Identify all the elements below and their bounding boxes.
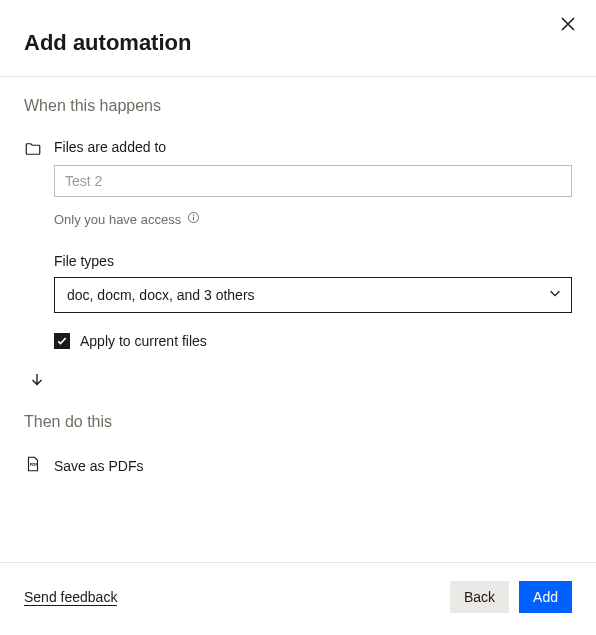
- action-row: PDF Save as PDFs: [24, 455, 572, 477]
- action-label: Save as PDFs: [54, 458, 143, 474]
- apply-current-label: Apply to current files: [80, 333, 207, 349]
- close-icon: [560, 16, 576, 32]
- action-section: Then do this PDF Save as PDFs: [24, 413, 572, 477]
- back-button[interactable]: Back: [450, 581, 509, 613]
- file-types-select-wrap: doc, docm, docx, and 3 others: [54, 277, 572, 313]
- apply-current-checkbox[interactable]: [54, 333, 70, 349]
- svg-text:PDF: PDF: [30, 462, 39, 467]
- access-text: Only you have access: [54, 212, 181, 227]
- file-types-select[interactable]: doc, docm, docx, and 3 others: [54, 277, 572, 313]
- send-feedback-link[interactable]: Send feedback: [24, 589, 117, 606]
- dialog-content: When this happens Files are added to Onl…: [0, 77, 596, 477]
- action-heading: Then do this: [24, 413, 572, 431]
- access-info: Only you have access: [54, 211, 572, 227]
- dialog-header: Add automation: [0, 0, 596, 77]
- file-types-value: doc, docm, docx, and 3 others: [67, 287, 255, 303]
- footer-buttons: Back Add: [450, 581, 572, 613]
- svg-point-1: [193, 214, 194, 215]
- add-button[interactable]: Add: [519, 581, 572, 613]
- flow-arrow-icon: [28, 371, 572, 393]
- apply-current-row: Apply to current files: [54, 333, 572, 349]
- info-icon[interactable]: [187, 211, 200, 227]
- trigger-label: Files are added to: [54, 139, 572, 155]
- file-types-label: File types: [54, 253, 572, 269]
- trigger-body: Files are added to Only you have access …: [54, 139, 572, 349]
- svg-rect-2: [193, 217, 194, 221]
- folder-input[interactable]: [54, 165, 572, 197]
- dialog-footer: Send feedback Back Add: [0, 562, 596, 635]
- folder-icon: [24, 140, 42, 162]
- trigger-heading: When this happens: [24, 97, 572, 115]
- check-icon: [56, 335, 68, 347]
- trigger-row: Files are added to Only you have access …: [24, 139, 572, 349]
- dialog-title: Add automation: [24, 30, 572, 56]
- pdf-icon: PDF: [24, 455, 42, 477]
- close-button[interactable]: [552, 8, 584, 40]
